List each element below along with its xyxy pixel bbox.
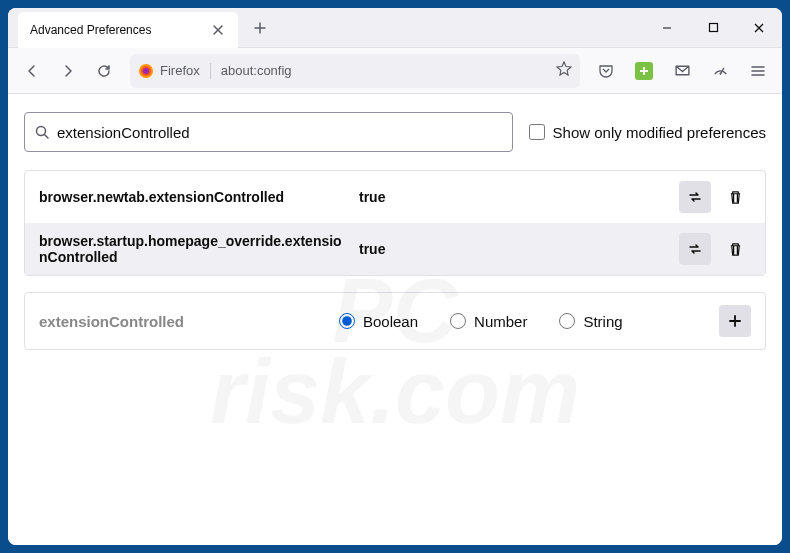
url-text: about:config — [221, 63, 556, 78]
forward-button[interactable] — [52, 55, 84, 87]
titlebar: Advanced Preferences — [8, 8, 782, 48]
back-button[interactable] — [16, 55, 48, 87]
radio-string[interactable]: String — [559, 313, 622, 330]
new-tab-button[interactable] — [246, 14, 274, 42]
identity-box[interactable]: Firefox — [138, 63, 211, 79]
pref-name: browser.newtab.extensionControlled — [39, 189, 359, 205]
toggle-button[interactable] — [679, 233, 711, 265]
preference-row: browser.newtab.extensionControlled true — [25, 171, 765, 223]
delete-button[interactable] — [719, 181, 751, 213]
radio-number-input[interactable] — [450, 313, 466, 329]
toolbar-icons — [590, 55, 774, 87]
close-tab-icon[interactable] — [210, 22, 226, 38]
page-content: PC risk.com Show only modified preferenc… — [8, 94, 782, 545]
identity-label: Firefox — [160, 63, 200, 78]
reload-button[interactable] — [88, 55, 120, 87]
svg-point-4 — [719, 73, 721, 75]
minimize-button[interactable] — [644, 8, 690, 48]
pocket-icon[interactable] — [590, 55, 622, 87]
pref-value: true — [359, 189, 679, 205]
toggle-button[interactable] — [679, 181, 711, 213]
delete-button[interactable] — [719, 233, 751, 265]
gauge-icon[interactable] — [704, 55, 736, 87]
firefox-icon — [138, 63, 154, 79]
maximize-button[interactable] — [690, 8, 736, 48]
add-pref-name: extensionControlled — [39, 313, 339, 330]
preference-row: browser.startup.homepage_override.extens… — [25, 223, 765, 275]
tab-title: Advanced Preferences — [30, 23, 210, 37]
navigation-toolbar: Firefox about:config — [8, 48, 782, 94]
window-controls — [644, 8, 782, 48]
active-tab[interactable]: Advanced Preferences — [18, 12, 238, 48]
urlbar-actions — [556, 61, 572, 81]
pref-value: true — [359, 241, 679, 257]
search-row: Show only modified preferences — [24, 112, 766, 152]
radio-boolean-input[interactable] — [339, 313, 355, 329]
svg-point-3 — [143, 68, 149, 74]
show-modified-label: Show only modified preferences — [553, 124, 766, 141]
add-button[interactable] — [719, 305, 751, 337]
bookmark-star-icon[interactable] — [556, 61, 572, 81]
radio-number[interactable]: Number — [450, 313, 527, 330]
inbox-icon[interactable] — [666, 55, 698, 87]
show-modified-input[interactable] — [529, 124, 545, 140]
menu-button[interactable] — [742, 55, 774, 87]
pref-name: browser.startup.homepage_override.extens… — [39, 233, 359, 265]
preferences-list: browser.newtab.extensionControlled true … — [24, 170, 766, 276]
add-preference-row: extensionControlled Boolean Number Strin… — [24, 292, 766, 350]
url-bar[interactable]: Firefox about:config — [130, 54, 580, 88]
svg-rect-0 — [709, 24, 717, 32]
browser-window: Advanced Preferences — [8, 8, 782, 545]
pref-actions — [679, 181, 751, 213]
radio-boolean[interactable]: Boolean — [339, 313, 418, 330]
search-box[interactable] — [24, 112, 513, 152]
pref-actions — [679, 233, 751, 265]
type-radio-group: Boolean Number String — [339, 313, 719, 330]
show-modified-checkbox[interactable]: Show only modified preferences — [529, 124, 766, 141]
search-input[interactable] — [57, 124, 502, 141]
close-window-button[interactable] — [736, 8, 782, 48]
search-icon — [35, 125, 49, 139]
extension-icon[interactable] — [628, 55, 660, 87]
radio-string-input[interactable] — [559, 313, 575, 329]
